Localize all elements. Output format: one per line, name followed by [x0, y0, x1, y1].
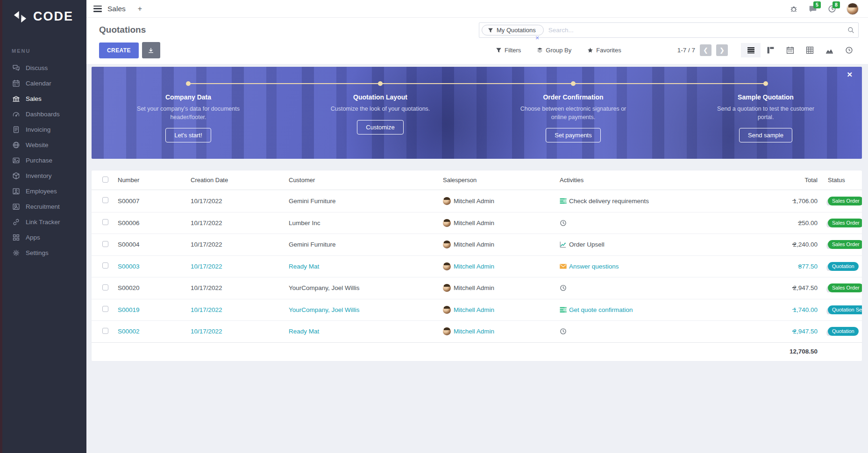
sidebar-item-inventory[interactable]: Inventory	[0, 168, 86, 184]
row-checkbox-cell	[92, 284, 112, 292]
create-button[interactable]: CREATE	[99, 42, 139, 58]
sidebar-nav: DiscussCalendarSalesDashboardsInvoicingW…	[0, 60, 86, 261]
customer-name: Gemini Furniture	[280, 198, 434, 205]
pager-previous-button[interactable]: ❮	[700, 44, 711, 56]
status-badge: Sales Order	[828, 283, 862, 292]
facet-remove-icon[interactable]: ✕	[535, 35, 540, 41]
recruitment-icon	[12, 203, 20, 211]
sidebar-item-settings[interactable]: Settings	[0, 245, 86, 261]
activity-cell[interactable]	[551, 284, 729, 291]
menu-toggle-icon[interactable]	[93, 6, 102, 12]
status-cell: Quotation	[820, 262, 862, 271]
table-row[interactable]: S0000710/17/2022Gemini FurnitureMitchell…	[92, 190, 862, 212]
group-by-button[interactable]: Group By	[537, 47, 571, 54]
activity-cell[interactable]	[551, 328, 729, 335]
chart-icon	[560, 241, 567, 248]
status-badge: Sales Order	[828, 240, 862, 249]
column-header-salesperson[interactable]: Salesperson	[434, 177, 551, 184]
table-row[interactable]: S0002010/17/2022YourCompany, Joel Willis…	[92, 277, 862, 299]
sidebar-item-sales[interactable]: Sales	[0, 91, 86, 106]
sidebar-item-purchase[interactable]: Purchase	[0, 153, 86, 168]
current-app-name[interactable]: Sales	[107, 5, 126, 13]
activity-cell[interactable]: Answer questions	[551, 263, 729, 270]
topbar-systray: 5 8	[789, 3, 859, 15]
debug-bug-icon[interactable]	[789, 4, 798, 14]
pager: 1-7 / 7 ❮ ❯	[677, 44, 728, 56]
total-cell: 250.00	[729, 219, 820, 226]
sidebar-item-apps[interactable]: Apps	[0, 230, 86, 245]
activity-cell[interactable]: Get quote confirmation	[551, 306, 729, 313]
export-button[interactable]	[142, 42, 160, 58]
banner-close-icon[interactable]: ✕	[847, 71, 853, 79]
sidebar-item-invoicing[interactable]: Invoicing	[0, 122, 86, 137]
company-data-start-button[interactable]: Let's start!	[165, 128, 211, 142]
settings-icon	[12, 249, 20, 257]
total-cell: 2,947.50	[729, 284, 820, 291]
activity-cell[interactable]: Check delivery requirements	[551, 198, 729, 205]
onboarding-step-quotation-layout: Quotation Layout Customize the look of y…	[310, 93, 450, 134]
table-row[interactable]: S0000310/17/2022Ready MatMitchell AdminA…	[92, 255, 862, 277]
onboarding-step-company-data: Company Data Set your company's data for…	[118, 93, 258, 142]
total-cell: 1,706.00	[729, 198, 820, 205]
search-icon[interactable]	[847, 27, 854, 34]
sidebar-item-calendar[interactable]: Calendar	[0, 76, 86, 91]
step-title: Company Data	[118, 93, 258, 101]
search-input[interactable]	[544, 27, 845, 34]
pivot-view-button[interactable]	[800, 43, 819, 57]
row-checkbox[interactable]	[102, 306, 108, 312]
sidebar-item-recruitment[interactable]: Recruitment	[0, 199, 86, 214]
total-amount: 2,947.50	[793, 284, 818, 291]
facet-label: My Quotations	[497, 27, 536, 34]
total-amount: 877.50	[798, 263, 818, 270]
sidebar-item-label: Recruitment	[26, 203, 60, 210]
table-row[interactable]: S0000410/17/2022Gemini FurnitureMitchell…	[92, 234, 862, 255]
column-header-customer[interactable]: Customer	[280, 177, 434, 184]
list-view-button[interactable]	[741, 43, 761, 57]
brand-logo[interactable]: CODE	[0, 0, 86, 24]
sidebar-item-website[interactable]: Website	[0, 137, 86, 153]
table-row[interactable]: S0000210/17/2022Ready MatMitchell Admin2…	[92, 320, 862, 342]
row-checkbox[interactable]	[102, 262, 108, 269]
sample-quotation-send-sample-button[interactable]: Send sample	[739, 128, 792, 142]
activity-cell[interactable]: Order Upsell	[551, 241, 729, 248]
calendar-view-button[interactable]	[780, 43, 800, 57]
sidebar-item-discuss[interactable]: Discuss	[0, 60, 86, 76]
user-avatar[interactable]	[847, 3, 859, 15]
filters-button[interactable]: Filters	[496, 47, 521, 54]
quotation-layout-customize-button[interactable]: Customize	[357, 120, 403, 134]
kanban-view-button[interactable]	[761, 43, 780, 57]
pager-count: 1-7 / 7	[677, 47, 695, 54]
row-checkbox[interactable]	[102, 197, 108, 203]
header-checkbox[interactable]	[102, 177, 108, 183]
row-checkbox[interactable]	[102, 328, 108, 334]
favorites-button[interactable]: Favorites	[587, 47, 621, 54]
sidebar-item-link-tracker[interactable]: Link Tracker	[0, 214, 86, 230]
graph-view-button[interactable]	[819, 43, 839, 57]
column-header-status[interactable]: Status	[820, 177, 862, 184]
customer-name: Gemini Furniture	[280, 241, 434, 248]
messages-icon[interactable]: 5	[808, 4, 818, 14]
row-checkbox[interactable]	[102, 241, 108, 247]
activity-view-button[interactable]	[839, 43, 859, 57]
search-facet-my-quotations[interactable]: My Quotations ✕	[482, 25, 544, 35]
favorites-star-icon	[587, 47, 593, 53]
activity-cell[interactable]	[551, 219, 729, 226]
column-header-activities[interactable]: Activities	[551, 177, 729, 184]
row-checkbox[interactable]	[102, 284, 108, 290]
column-header-creation-date[interactable]: Creation Date	[182, 177, 280, 184]
column-header-total[interactable]: Total	[729, 177, 820, 184]
table-row[interactable]: S0000610/17/2022Lumber IncMitchell Admin…	[92, 212, 862, 234]
column-header-number[interactable]: Number	[112, 177, 182, 184]
order-confirmation-set-payments-button[interactable]: Set payments	[546, 128, 601, 142]
new-tab-button[interactable]: +	[138, 5, 142, 13]
step-description: Send a quotation to test the customer po…	[710, 105, 822, 121]
table-row[interactable]: S0001910/17/2022YourCompany, Joel Willis…	[92, 299, 862, 321]
pager-next-button[interactable]: ❯	[716, 44, 728, 56]
topbar: Sales + 5 8	[86, 0, 868, 18]
row-checkbox[interactable]	[102, 219, 108, 225]
creation-date: 10/17/2022	[182, 328, 280, 335]
pivot-view-icon	[806, 46, 814, 54]
sidebar-item-employees[interactable]: Employees	[0, 184, 86, 199]
sidebar-item-dashboards[interactable]: Dashboards	[0, 106, 86, 122]
activities-clock-icon[interactable]: 8	[827, 4, 837, 14]
